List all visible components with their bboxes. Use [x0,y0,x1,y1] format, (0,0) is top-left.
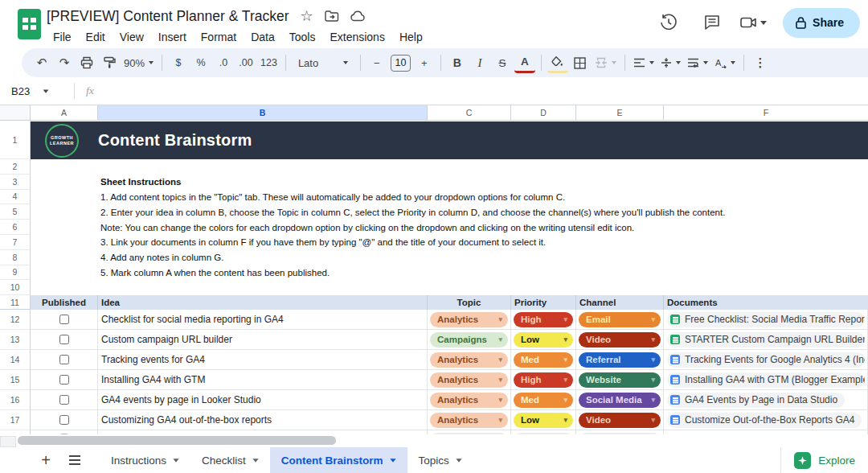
comments-icon[interactable] [696,6,728,39]
row-number[interactable]: 2 [0,159,31,175]
horizontal-align-button[interactable] [631,52,657,73]
font-size-input[interactable]: 10 [391,55,411,72]
print-button[interactable] [76,52,97,73]
row-number[interactable]: 14 [0,350,31,370]
redo-button[interactable]: ↷ [54,52,75,73]
published-checkbox[interactable] [59,375,69,385]
priority-dropdown-chip[interactable]: High▾ [514,312,573,327]
row-number[interactable]: 1 [0,121,31,159]
menu-extensions[interactable]: Extensions [323,29,391,45]
move-folder-icon[interactable] [325,10,339,22]
column-header-f[interactable]: F [664,105,868,120]
text-wrap-button[interactable] [685,52,710,73]
channel-dropdown-chip[interactable]: Video▾ [579,332,661,348]
increase-decimal-button[interactable]: .00 [235,52,256,73]
menu-edit[interactable]: Edit [80,29,112,45]
topic-dropdown-chip[interactable]: Campaigns▾ [430,332,508,348]
priority-dropdown-chip[interactable]: Low▾ [514,413,573,428]
document-title[interactable]: [PREVIEW] Content Planner & Tracker [47,8,289,25]
tab-content-brainstorm[interactable]: Content Brainstorm [270,447,407,473]
cloud-saved-icon[interactable] [350,10,366,22]
row-number[interactable]: 10 [0,280,31,295]
document-smart-chip[interactable]: GA4 Events by Page in Data Studio [667,393,845,408]
italic-button[interactable]: I [469,52,490,73]
published-checkbox[interactable] [59,395,69,405]
tab-instructions[interactable]: Instructions [100,447,190,473]
document-smart-chip[interactable]: Customize Out-of-the-Box Reports GA4 [667,413,862,428]
channel-dropdown-chip[interactable]: Video▾ [579,413,661,428]
published-checkbox[interactable] [59,355,69,364]
row-number[interactable]: 7 [0,235,31,250]
published-checkbox[interactable] [59,415,69,425]
document-smart-chip[interactable]: Free Checklist: Social Media Traffic Rep… [667,312,865,327]
priority-dropdown-chip[interactable]: Med▾ [514,393,573,408]
strikethrough-button[interactable]: S [492,52,513,73]
column-header-c[interactable]: C [428,105,511,120]
topic-dropdown-chip[interactable]: Analytics▾ [430,312,508,327]
more-formats-button[interactable]: 123 [258,52,280,73]
column-header-e[interactable]: E [576,105,664,120]
priority-dropdown-chip[interactable]: Low▾ [514,332,573,348]
menu-view[interactable]: View [113,29,150,45]
select-all-corner[interactable] [0,105,31,120]
horizontal-scrollbar-thumb[interactable] [18,436,336,445]
idea-cell[interactable]: Installing GA4 with GTM [98,370,428,390]
text-color-button[interactable]: A [514,52,535,73]
published-checkbox[interactable] [59,335,69,344]
toolbar-more-button[interactable]: ⋮ [750,52,771,73]
topic-dropdown-chip[interactable]: Analytics▾ [430,393,508,408]
menu-data[interactable]: Data [244,29,281,45]
column-header-b[interactable]: B [98,105,428,120]
document-smart-chip[interactable]: STARTER Custom Campaign URL Builder for … [667,332,865,348]
menu-tools[interactable]: Tools [283,29,322,45]
topic-dropdown-chip[interactable]: Analytics▾ [430,352,508,368]
borders-button[interactable] [570,52,591,73]
menu-file[interactable]: File [47,29,78,45]
row-number[interactable]: 16 [0,390,31,410]
sheets-logo-icon[interactable] [18,9,41,39]
vertical-align-button[interactable] [658,52,683,73]
channel-dropdown-chip[interactable]: Website▾ [579,372,661,388]
channel-dropdown-chip[interactable]: Social Media▾ [579,393,661,408]
undo-button[interactable]: ↶ [31,52,52,73]
topic-dropdown-chip[interactable]: Analytics▾ [430,372,508,388]
row-number[interactable]: 3 [0,175,31,190]
paint-format-button[interactable] [99,52,120,73]
font-family-select[interactable]: Lato [292,52,354,73]
name-box[interactable]: B23 [0,85,69,97]
channel-dropdown-chip[interactable]: Email▾ [579,312,661,327]
column-header-a[interactable]: A [31,105,98,120]
priority-dropdown-chip[interactable]: High▾ [514,372,573,388]
meet-presentation-control[interactable] [739,14,767,31]
zoom-select[interactable]: 90% [121,52,156,73]
menu-format[interactable]: Format [194,29,243,45]
explore-button[interactable]: Explore [794,452,868,469]
format-percent-button[interactable]: % [190,52,211,73]
tab-checklist[interactable]: Checklist [190,447,270,473]
idea-cell[interactable]: GA4 events by page in Looker Studio [98,390,428,410]
row-number[interactable]: 12 [0,310,31,330]
tab-topics[interactable]: Topics [407,447,473,473]
row-number[interactable]: 4 [0,190,31,205]
decrease-decimal-button[interactable]: .0 [213,52,234,73]
increase-font-size-button[interactable]: + [414,52,435,73]
share-button[interactable]: Share [783,8,860,38]
row-number[interactable]: 11 [0,295,31,310]
star-icon[interactable]: ☆ [301,7,313,25]
bold-button[interactable]: B [447,52,468,73]
menu-insert[interactable]: Insert [152,29,193,45]
menu-help[interactable]: Help [393,29,429,45]
version-history-icon[interactable] [653,6,685,39]
row-number[interactable]: 13 [0,330,31,350]
published-checkbox[interactable] [59,315,69,324]
topic-dropdown-chip[interactable]: Analytics▾ [430,413,508,428]
text-rotation-button[interactable]: A [712,52,738,73]
fill-color-button[interactable] [547,52,568,73]
row-number[interactable]: 15 [0,370,31,390]
idea-cell[interactable]: Custom campaign URL builder [98,330,428,350]
priority-dropdown-chip[interactable]: Med▾ [514,352,573,368]
merge-cells-button[interactable] [592,52,619,73]
row-number[interactable]: 5 [0,204,31,220]
column-header-d[interactable]: D [511,105,576,120]
decrease-font-size-button[interactable]: − [366,52,387,73]
